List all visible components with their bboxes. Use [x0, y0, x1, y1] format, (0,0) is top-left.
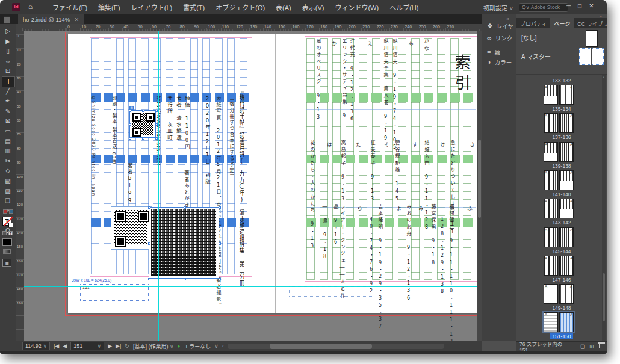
stroke-color-swatch[interactable] — [8, 223, 13, 227]
formatting-text-icon[interactable]: T — [8, 231, 13, 235]
page-thumbnail-right[interactable]: A — [559, 256, 574, 276]
first-page-button[interactable]: |◀ — [54, 343, 59, 349]
folio-text-frame-right[interactable] — [289, 286, 374, 297]
page-thumbnail-left[interactable]: A — [544, 85, 558, 105]
selection-handle[interactable] — [184, 278, 186, 280]
selection-handle[interactable] — [155, 110, 158, 112]
menu-item-4[interactable]: オブジェクト(O) — [210, 2, 270, 12]
selection-handle[interactable] — [184, 206, 186, 209]
dock-item-layers[interactable]: ❖レイヤー — [487, 22, 519, 30]
collapse-dock-chevrons[interactable]: « — [506, 16, 509, 22]
frame-tool-icon[interactable]: ⊠ — [2, 116, 14, 126]
master-none-label[interactable]: [なし] — [521, 33, 537, 42]
direct-selection-tool-icon[interactable]: ▶ — [2, 37, 14, 46]
gradient-feather-tool-icon[interactable]: ▨ — [2, 187, 14, 196]
master-a-thumbnail-left[interactable] — [579, 48, 591, 65]
vertical-guide-3[interactable] — [268, 31, 268, 341]
page-thumbnail-left[interactable]: A — [544, 113, 558, 133]
tab-cc-libraries[interactable]: CC ライブラリ — [574, 18, 607, 28]
apply-color-swatch[interactable] — [2, 238, 12, 246]
vertical-guide-2[interactable] — [158, 31, 159, 341]
spread-label[interactable]: 139-138 — [516, 163, 607, 169]
tab-close-icon[interactable]: ✕ — [74, 16, 79, 23]
page-thumbnail-left[interactable]: A — [544, 312, 558, 332]
pages-scrollbar-thumb[interactable] — [603, 273, 605, 321]
spread-label[interactable]: 141-140 — [516, 191, 607, 197]
spread-thumbnails[interactable]: AA — [544, 284, 574, 304]
delete-page-icon[interactable] — [599, 344, 604, 348]
canvas-vertical-scrollbar[interactable] — [477, 31, 482, 341]
selection-handle[interactable] — [129, 137, 131, 140]
selection-tool-icon[interactable]: ▷ — [2, 26, 14, 36]
home-icon[interactable]: ⌂ — [28, 2, 33, 11]
selection-handle[interactable] — [219, 278, 221, 280]
canvas-horizontal-scrollbar[interactable] — [228, 344, 444, 349]
workspace-switcher[interactable]: 初期設定 ∨ — [483, 3, 513, 12]
vertical-guide-1[interactable] — [82, 31, 82, 341]
page-thumbnail-right[interactable]: A — [559, 113, 574, 133]
free-transform-tool-icon[interactable]: ◇ — [2, 166, 14, 176]
spread-label[interactable]: 149-148 — [516, 305, 607, 311]
spread-thumbnails[interactable]: AA — [544, 170, 574, 190]
screen-mode-button[interactable]: ▣ — [2, 259, 11, 267]
page-thumbnail-right[interactable]: A — [559, 312, 574, 332]
page-thumbnail-right[interactable]: A — [559, 284, 574, 304]
spread-thumbnails[interactable]: AA — [544, 113, 574, 133]
spread-thumbnails[interactable]: AA — [544, 142, 574, 162]
selection-handle[interactable] — [219, 242, 221, 245]
horizontal-guide-1[interactable] — [24, 286, 482, 287]
dock-item-links[interactable]: ∞リンク — [487, 34, 512, 42]
gap-tool-icon[interactable]: ⇔ — [2, 57, 14, 66]
scissors-tool-icon[interactable]: ✂ — [2, 156, 14, 166]
page-tool-icon[interactable]: ▯ — [2, 46, 14, 56]
preflight-profile-dropdown[interactable]: [基本] (作業用) ∨ — [133, 342, 174, 350]
master-a-thumbnail-right[interactable] — [592, 48, 604, 65]
menu-item-6[interactable]: 表示(V) — [297, 2, 330, 12]
spread-pages[interactable]: 『現代詩手帖』詩書月評(一九九〇年) 清水鱗造批評集 第二分冊〔数分冊ずつ合本に… — [68, 34, 482, 313]
horizontal-scrollbar-thumb[interactable] — [270, 344, 372, 349]
note-tool-icon[interactable]: ❑ — [2, 196, 14, 206]
minimize-button[interactable]: ─ — [566, 2, 578, 9]
menu-item-8[interactable]: ヘルプ(H) — [384, 2, 424, 12]
page-thumbnail-left[interactable]: A — [544, 227, 558, 247]
page-thumbnail-right[interactable]: A — [559, 142, 574, 162]
page-number-dropdown[interactable]: 151∨ — [70, 342, 104, 350]
dock-item-color[interactable]: ◑カラー — [487, 58, 512, 66]
spread-label[interactable]: 147-146 — [516, 277, 607, 283]
pages-panel-scrollbar[interactable]: ˄ — [602, 75, 606, 341]
qr-code-frame-top[interactable]: ⊞ — [129, 110, 156, 138]
gradient-tool-icon[interactable]: ▧ — [2, 176, 14, 186]
last-page-button[interactable]: ▶| — [116, 343, 121, 349]
page-thumbnail-left[interactable]: A — [544, 256, 558, 276]
menu-item-0[interactable]: ファイル(F) — [47, 2, 93, 12]
close-button[interactable]: ✕ — [589, 2, 601, 9]
vertical-grid-tool-icon[interactable]: ▥ — [2, 146, 14, 156]
vertical-ruler[interactable]: 0102030405060708090100110120130140150160… — [16, 31, 25, 341]
document-tab[interactable]: ho-2.indd @ 114% ✕ — [18, 14, 84, 24]
vertical-scrollbar-thumb[interactable] — [478, 140, 481, 218]
spread-label[interactable]: 143-142 — [516, 220, 607, 226]
new-spread-icon[interactable]: ⊞ — [589, 344, 594, 350]
search-input[interactable]: Q∨ Adobe Stock — [519, 3, 568, 12]
pasteboard[interactable]: 『現代詩手帖』詩書月評(一九九〇年) 清水鱗造批評集 第二分冊〔数分冊ずつ合本に… — [24, 31, 482, 341]
menu-item-7[interactable]: ウィンドウ(W) — [329, 2, 384, 12]
horizontal-grid-tool-icon[interactable]: ▤ — [2, 137, 14, 146]
next-page-button[interactable]: ▶ — [108, 343, 112, 349]
scroll-left-arrow[interactable]: ‹ — [222, 343, 224, 349]
page-thumbnail-left[interactable]: A — [544, 142, 558, 162]
selection-handle[interactable] — [219, 206, 221, 209]
tab-properties[interactable]: プロパティ — [516, 18, 550, 28]
selection-handle[interactable] — [129, 110, 131, 112]
selection-handle[interactable] — [148, 278, 150, 280]
apply-gradient-swatch[interactable] — [3, 249, 11, 254]
scroll-up-arrow[interactable]: ˄ — [603, 76, 605, 81]
selection-handle[interactable] — [148, 242, 150, 245]
selection-handle[interactable] — [155, 137, 158, 140]
edit-page-size-icon[interactable]: ❏ — [580, 344, 585, 350]
spread-thumbnails[interactable]: AA — [544, 312, 574, 332]
content-collector-tool-icon[interactable]: ⊡ — [2, 66, 14, 76]
spread-label[interactable]: 133-132 — [516, 78, 607, 84]
preflight-menu-chevron[interactable]: ∨ — [214, 343, 219, 349]
formatting-container-icon[interactable] — [2, 231, 7, 235]
page-thumbnail-left[interactable]: A — [544, 199, 558, 218]
